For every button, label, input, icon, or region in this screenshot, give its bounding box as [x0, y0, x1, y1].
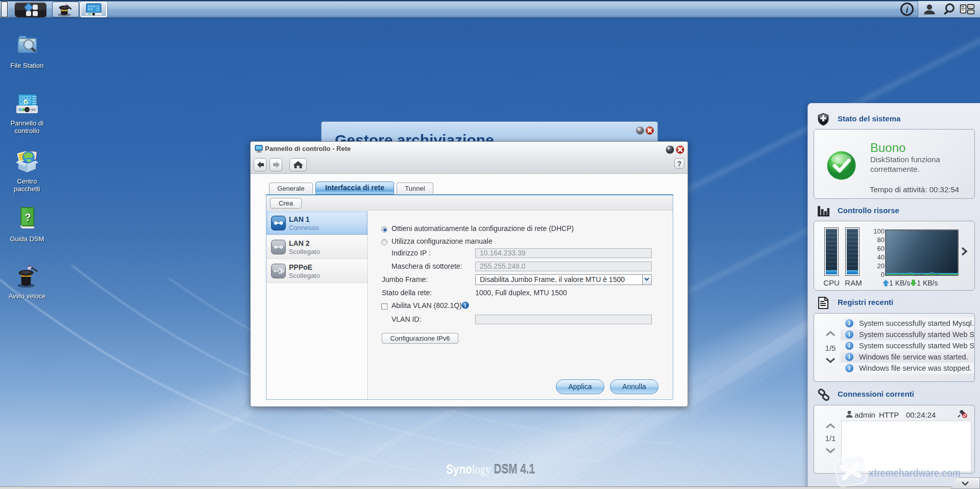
svg-text:xtremehardware.com: xtremehardware.com: [869, 467, 961, 479]
svg-text:?: ?: [24, 212, 31, 223]
svg-text:i: i: [906, 5, 909, 15]
